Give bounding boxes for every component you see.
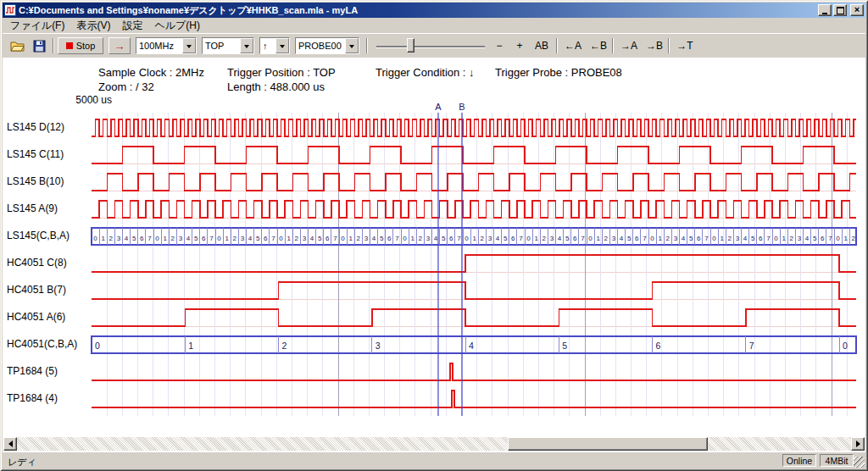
- zoom-slider-track[interactable]: [376, 46, 485, 47]
- save-floppy-icon: [33, 40, 46, 53]
- toolbar: Stop → 100MHz TOP ↑ PROBE00 − + AB ←A ←B…: [3, 33, 865, 58]
- minimize-icon: [822, 13, 827, 14]
- toolbar-divider: [612, 38, 614, 53]
- sample-rate-value: 100MHz: [136, 38, 182, 53]
- menu-settings[interactable]: 設定: [116, 18, 148, 34]
- save-button[interactable]: [29, 36, 49, 55]
- channel-label-7[interactable]: HC4051 A(6): [7, 311, 65, 323]
- toolbar-divider: [668, 38, 670, 53]
- length-info: Length : 488.000 us: [227, 80, 325, 93]
- chevron-down-icon: [349, 45, 354, 51]
- scroll-left-button[interactable]: [3, 437, 17, 451]
- trigger-probe-info: Trigger Probe : PROBE08: [495, 66, 622, 79]
- zoom-slider-thumb[interactable]: [407, 38, 415, 53]
- menu-view[interactable]: 表示(V): [70, 18, 116, 34]
- probe-value: PROBE00: [296, 38, 345, 53]
- close-icon: ×: [854, 5, 860, 14]
- channel-label-1[interactable]: LS145 C(11): [7, 148, 64, 160]
- channel-label-0[interactable]: LS145 D(12): [7, 121, 64, 133]
- channel-label-4[interactable]: LS145(C,B,A): [7, 230, 70, 241]
- toolbar-divider: [366, 38, 368, 53]
- sample-rate-dropdown-button[interactable]: [182, 38, 196, 53]
- channel-label-3[interactable]: LS145 A(9): [7, 202, 58, 214]
- scroll-right-button[interactable]: [851, 437, 865, 451]
- channel-label-9[interactable]: TP1684 (5): [7, 365, 58, 377]
- menubar: ファイル(F) 表示(V) 設定 ヘルプ(H): [3, 18, 865, 33]
- probe-select[interactable]: PROBE00: [295, 37, 359, 54]
- online-indicator: Online: [782, 454, 816, 467]
- toolbar-divider: [556, 38, 558, 53]
- goto-marker-a-right-button[interactable]: →A: [617, 37, 641, 54]
- trigger-position-select[interactable]: TOP: [202, 37, 254, 54]
- channel-label-6[interactable]: HC4051 B(7): [7, 284, 66, 296]
- goto-marker-b-left-button[interactable]: ←B: [587, 37, 610, 54]
- trigger-edge-select[interactable]: ↑: [259, 37, 290, 54]
- window-title: C:¥Documents and Settings¥noname¥デスクトップ¥…: [19, 4, 816, 17]
- channel-label-8[interactable]: HC4051(C,B,A): [7, 338, 77, 350]
- channel-label-5[interactable]: HC4051 C(8): [7, 257, 67, 269]
- zoom-out-button[interactable]: −: [490, 37, 509, 54]
- channel-label-10[interactable]: TP1684 (4): [7, 392, 58, 404]
- goto-marker-a-left-button[interactable]: ←A: [561, 37, 585, 54]
- app-window: C:¥Documents and Settings¥noname¥デスクトップ¥…: [0, 0, 868, 471]
- stop-button-label: Stop: [76, 41, 96, 51]
- sample-clock-info: Sample Clock : 2MHz: [98, 66, 204, 79]
- status-message: レディ: [8, 456, 36, 468]
- zoom-info: Zoom : / 32: [98, 80, 154, 93]
- close-button[interactable]: ×: [850, 4, 864, 16]
- stop-button[interactable]: Stop: [58, 37, 103, 54]
- trigger-position-dropdown-button[interactable]: [240, 38, 253, 53]
- trigger-position-value: TOP: [203, 38, 240, 53]
- scroll-thumb[interactable]: [508, 437, 708, 451]
- trigger-position-info: Trigger Position : TOP: [227, 66, 336, 79]
- menu-file[interactable]: ファイル(F): [4, 18, 70, 34]
- app-icon: [4, 4, 16, 16]
- waveform-pane: [3, 58, 865, 452]
- trigger-edge-value: ↑: [260, 38, 275, 53]
- statusbar: レディ Online 4MBit: [3, 452, 865, 468]
- trigger-edge-dropdown-button[interactable]: [275, 38, 289, 53]
- chevron-down-icon: [186, 45, 192, 51]
- chevron-down-icon: [280, 45, 285, 51]
- time-division-label: 5000 us: [49, 94, 112, 106]
- resize-grip[interactable]: [854, 457, 865, 468]
- stop-icon: [66, 42, 73, 49]
- menu-help[interactable]: ヘルプ(H): [148, 18, 206, 34]
- channel-label-2[interactable]: LS145 B(10): [7, 175, 64, 187]
- scroll-left-icon: [5, 441, 13, 447]
- zoom-ab-button[interactable]: AB: [531, 37, 553, 54]
- zoom-in-button[interactable]: +: [510, 37, 529, 54]
- maximize-icon: [837, 7, 844, 14]
- sample-rate-select[interactable]: 100MHz: [136, 37, 197, 54]
- horizontal-scrollbar[interactable]: [3, 437, 865, 451]
- titlebar[interactable]: C:¥Documents and Settings¥noname¥デスクトップ¥…: [3, 3, 865, 18]
- scroll-right-icon: [856, 441, 864, 447]
- minimize-button[interactable]: [818, 4, 832, 16]
- toolbar-divider: [53, 38, 54, 53]
- maximize-button[interactable]: [833, 4, 847, 16]
- open-button[interactable]: [7, 36, 27, 55]
- chevron-down-icon: [244, 45, 249, 51]
- goto-trigger-button[interactable]: →T: [673, 37, 697, 54]
- memory-indicator: 4MBit: [820, 454, 854, 467]
- trigger-condition-info: Trigger Condition : ↓: [376, 66, 475, 79]
- goto-marker-b-right-button[interactable]: →B: [643, 37, 666, 54]
- run-button[interactable]: →: [108, 37, 131, 54]
- probe-dropdown-button[interactable]: [345, 38, 359, 53]
- open-folder-icon: [10, 40, 25, 53]
